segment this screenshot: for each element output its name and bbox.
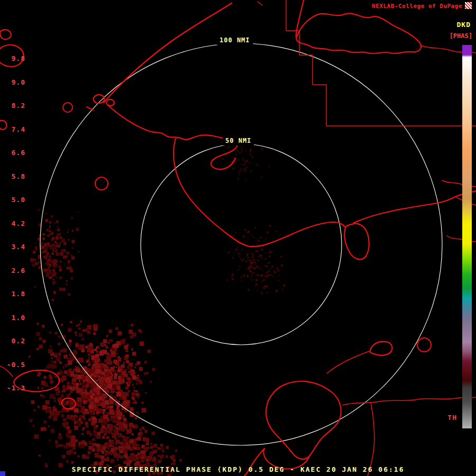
lake-circle-small <box>63 103 72 112</box>
colorbar-tick-label: 6.6 <box>12 149 25 157</box>
island-small <box>87 107 93 110</box>
colorbar-tick-label: 2.6 <box>12 267 25 274</box>
colorbar-gradient <box>462 45 472 428</box>
coastline-top-mark <box>258 2 262 5</box>
colorbar-tick-label: -0.5 <box>7 361 25 369</box>
lake-circle-small <box>417 338 431 352</box>
colorbar-tick-label: 4.2 <box>12 219 25 227</box>
colorbar-tick-label: 8.2 <box>12 102 25 109</box>
colorbar-units: [PHAS] <box>450 32 472 40</box>
county-boundary-staircase <box>286 0 476 126</box>
colorbar-tick-label: 7.4 <box>12 125 25 133</box>
coastline-east <box>354 191 476 223</box>
range-ring-50nmi <box>141 144 342 345</box>
colorbar-tick-label: 9.8 <box>12 54 25 62</box>
lake-outline <box>266 381 341 459</box>
colorbar-tick-label: 5.8 <box>12 172 25 180</box>
colorbar-tick-label: 5.0 <box>12 196 25 204</box>
colorbar-ticks: 9.89.08.27.46.65.85.04.23.42.61.81.00.2-… <box>0 0 42 476</box>
coastline-peninsula <box>344 224 369 260</box>
lake-circle-small <box>95 177 108 190</box>
coastline-bay-hook <box>107 105 237 169</box>
radar-echo-layer <box>29 141 289 476</box>
range-ring-label-50nmi: 50 NMI <box>223 136 254 145</box>
radar-display: 100 NMI 50 NMI NEXLAB-College of DuPage … <box>0 0 476 476</box>
colorbar-tick-label: 1.0 <box>12 314 25 322</box>
colorbar-tick-label: -1.3 <box>7 384 25 392</box>
brand-text: NEXLAB-College of DuPage <box>372 3 462 10</box>
radar-map-image <box>0 0 476 476</box>
colorbar-product-code: DKD <box>457 21 471 29</box>
colorbar-tick-label: 3.4 <box>12 243 25 251</box>
coastline-northwest <box>104 3 232 103</box>
colorbar-threshold-label: TH <box>447 414 457 422</box>
corner-marker <box>0 471 5 476</box>
range-ring-label-100nmi: 100 NMI <box>217 35 253 45</box>
colorbar-tick-label: 0.2 <box>12 337 25 345</box>
colorbar-tick-label: 9.0 <box>12 78 25 86</box>
product-caption: SPECIFIC DIFFERENTIAL PHASE (KDP) 0.5 DE… <box>0 465 476 473</box>
coastline-east-diagonal <box>327 351 369 373</box>
island-east <box>370 342 392 355</box>
coastline-south-arc <box>173 139 345 246</box>
county-boundary-southeast <box>343 397 476 405</box>
colorbar-tick-label: 1.8 <box>12 290 25 298</box>
cod-logo-icon <box>465 2 472 9</box>
